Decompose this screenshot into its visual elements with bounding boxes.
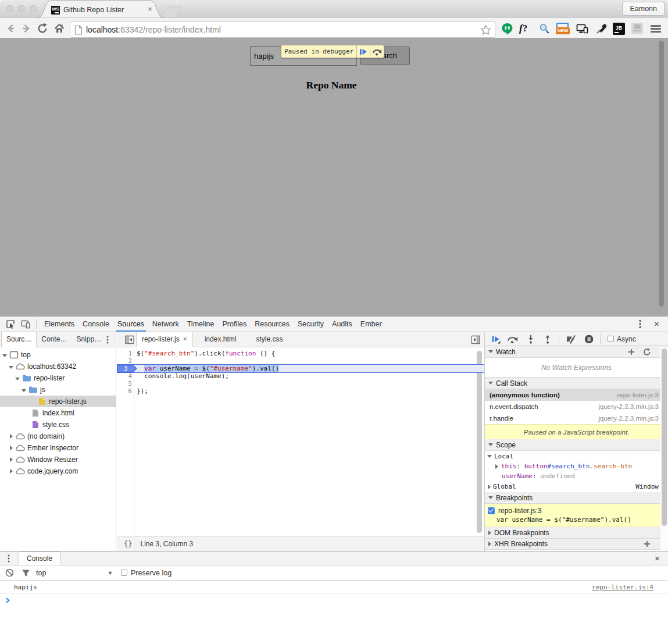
filter-icon[interactable] xyxy=(22,569,30,577)
tree-item-index-html[interactable]: index.html xyxy=(0,407,116,419)
tree-item-localhost[interactable]: localhost:63342 xyxy=(0,361,116,372)
forward-icon[interactable] xyxy=(20,23,32,34)
navigator-tab-snippets[interactable]: Snipp… xyxy=(72,332,106,347)
bookmark-star-icon[interactable] xyxy=(480,24,491,35)
back-icon[interactable] xyxy=(5,23,17,34)
pretty-print-icon[interactable]: {} xyxy=(124,540,132,548)
devtools-menu-icon[interactable] xyxy=(639,319,641,329)
navigator-tab-sources[interactable]: Sourc… xyxy=(1,332,37,347)
console-prompt[interactable] xyxy=(0,594,668,607)
add-xhr-breakpoint-icon[interactable] xyxy=(643,540,651,548)
jetbrains-ide-extension-icon[interactable]: JB xyxy=(613,23,625,35)
call-stack-frame-1[interactable]: n.event.dispatch jquery-2.2.3.min.js:3 xyxy=(485,401,668,412)
scope-username-row[interactable]: userName: undefined xyxy=(485,471,668,481)
resume-script-icon[interactable] xyxy=(491,335,501,344)
devtools-close-icon[interactable]: × xyxy=(654,320,662,328)
url-text[interactable]: localhost:63342/repo-lister/index.html xyxy=(86,25,480,34)
tree-item-window-resizer[interactable]: Window Resizer xyxy=(0,454,116,465)
devtools-tab-profiles[interactable]: Profiles xyxy=(218,316,251,332)
address-bar[interactable]: localhost:63342/repo-lister/index.html xyxy=(70,22,495,38)
scope-section-header[interactable]: Scope xyxy=(485,439,668,451)
inspect-element-icon[interactable] xyxy=(6,319,15,329)
search-extension-icon[interactable] xyxy=(538,23,551,35)
tree-item-repo-lister-folder[interactable]: repo-lister xyxy=(0,372,116,384)
devtools-tab-audits[interactable]: Audits xyxy=(328,316,356,332)
breakpoints-section-header[interactable]: Breakpoints xyxy=(485,492,668,504)
tab-close-icon[interactable]: × xyxy=(147,5,153,13)
profile-name-button[interactable]: Eamonn xyxy=(622,2,665,16)
editor-tab-index-html[interactable]: index.html xyxy=(199,332,242,347)
eyedropper-extension-icon[interactable] xyxy=(595,23,608,35)
clear-console-icon[interactable] xyxy=(5,568,14,577)
tree-item-code-jquery-com[interactable]: code.jquery.com xyxy=(0,465,116,477)
breakpoint-checkbox[interactable] xyxy=(488,507,495,514)
reload-icon[interactable] xyxy=(37,23,48,34)
tree-item-style-css[interactable]: style.css xyxy=(0,419,116,430)
disabled-extension-icon[interactable] xyxy=(631,23,643,34)
drawer-tab-console[interactable]: Console xyxy=(19,552,60,565)
xhr-breakpoints-section-header[interactable]: XHR Breakpoints xyxy=(485,539,668,550)
call-stack-frame-0[interactable]: (anonymous function) repo-lister.js:3 xyxy=(485,389,668,401)
console-log-source-link[interactable]: repo-lister.js:4 xyxy=(592,583,653,591)
tree-item-no-domain[interactable]: (no domain) xyxy=(0,430,116,442)
editor-scrollbar[interactable] xyxy=(477,351,482,533)
dom-breakpoints-section-header[interactable]: DOM Breakpoints xyxy=(485,527,668,539)
show-sidebar-icon[interactable] xyxy=(471,335,480,344)
devtools-tab-timeline[interactable]: Timeline xyxy=(183,316,219,332)
responsive-devices-extension-icon[interactable] xyxy=(576,23,588,35)
tree-item-js-folder[interactable]: js xyxy=(0,384,116,396)
add-watch-icon[interactable] xyxy=(627,348,635,356)
code-line-1[interactable]: 1 $("#search_btn").click(function () { xyxy=(117,350,484,357)
sidebar-scrollbar[interactable] xyxy=(662,348,667,526)
editor-tab-repo-lister-js[interactable]: repo-lister.js× xyxy=(136,332,193,347)
drawer-close-icon[interactable]: × xyxy=(655,554,663,563)
traffic-light-minimize[interactable] xyxy=(18,5,25,12)
code-line-3-execution[interactable]: 3 var userName = $("#username").val() 3 xyxy=(117,364,484,373)
tree-item-repo-lister-js[interactable]: repo-lister.js xyxy=(0,396,116,407)
chrome-menu-icon[interactable] xyxy=(651,25,661,33)
refresh-watch-icon[interactable] xyxy=(643,348,651,356)
hide-navigator-icon[interactable] xyxy=(125,335,134,344)
devtools-tab-security[interactable]: Security xyxy=(294,316,328,332)
editor-tab-style-css[interactable]: style.css xyxy=(251,332,288,347)
editor-tab-close-icon[interactable]: × xyxy=(183,335,187,343)
devtools-tab-resources[interactable]: Resources xyxy=(251,316,294,332)
scope-global-row[interactable]: Global Window xyxy=(485,481,668,492)
deactivate-breakpoints-icon[interactable] xyxy=(566,335,576,344)
code-line-6[interactable]: 6 }); xyxy=(117,387,484,395)
banner-resume-button[interactable] xyxy=(357,45,370,58)
devtools-tab-elements[interactable]: Elements xyxy=(40,316,78,332)
home-icon[interactable] xyxy=(53,23,65,34)
tree-item-ember-inspector[interactable]: Ember Inspector xyxy=(0,442,116,454)
scope-local-row[interactable]: Local xyxy=(485,451,668,461)
navigator-overflow-icon[interactable] xyxy=(106,336,109,344)
devtools-tab-network[interactable]: Network xyxy=(148,316,183,332)
drawer-menu-icon[interactable] xyxy=(8,554,10,563)
breakpoint-entry[interactable]: repo-lister.js:3 var userName = $("#user… xyxy=(485,504,668,527)
page-security-icon[interactable] xyxy=(74,25,83,35)
step-over-icon[interactable] xyxy=(507,335,518,344)
page-scrollbar[interactable] xyxy=(659,41,664,307)
devtools-tab-console[interactable]: Console xyxy=(78,316,113,332)
hangouts-extension-icon[interactable] xyxy=(501,23,513,35)
step-out-icon[interactable] xyxy=(543,335,552,344)
banner-step-over-button[interactable] xyxy=(370,45,384,58)
code-line-4[interactable]: 4 console.log(userName); xyxy=(117,372,484,380)
pause-on-exceptions-icon[interactable] xyxy=(584,335,594,344)
execution-context-select[interactable]: top ▼ xyxy=(36,569,113,577)
watch-section-header[interactable]: Watch xyxy=(485,346,668,358)
tree-item-top[interactable]: top xyxy=(0,349,116,361)
fontface-ninja-extension-icon[interactable]: f? xyxy=(519,23,537,35)
devtools-tab-sources[interactable]: Sources xyxy=(113,316,148,332)
async-checkbox[interactable] xyxy=(608,336,614,342)
code-view[interactable]: 1 $("#search_btn").click(function () { 2… xyxy=(117,350,484,536)
traffic-light-close[interactable] xyxy=(6,5,13,12)
call-stack-section-header[interactable]: Call Stack xyxy=(485,378,668,389)
device-toolbar-icon[interactable] xyxy=(21,319,30,329)
new-badge-extension-icon[interactable]: NEW xyxy=(556,23,570,35)
preserve-log-checkbox[interactable] xyxy=(121,570,127,576)
scope-this-row[interactable]: this: button#search_btn.search-btn xyxy=(485,461,668,471)
devtools-tab-ember[interactable]: Ember xyxy=(356,316,386,332)
navigator-tab-content-scripts[interactable]: Conte… xyxy=(37,332,72,347)
call-stack-frame-2[interactable]: r.handle jquery-2.2.3.min.js:3 xyxy=(485,412,668,424)
